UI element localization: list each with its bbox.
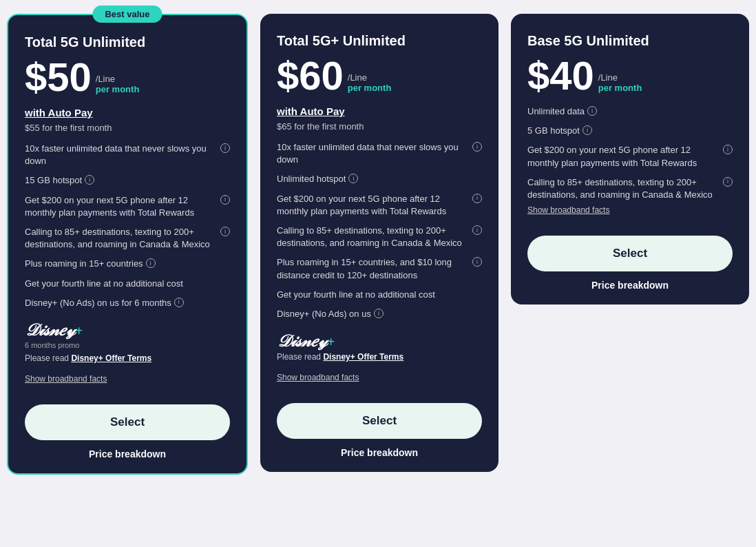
price-meta: /Line per month <box>348 72 392 96</box>
plan-name: Base 5G Unlimited <box>527 33 733 49</box>
info-icon[interactable]: i <box>472 225 482 235</box>
info-icon[interactable]: i <box>582 125 592 135</box>
feature-text: 10x faster unlimited data that never slo… <box>277 141 470 166</box>
info-icon[interactable]: i <box>374 309 384 318</box>
feature-text: Get your fourth line at no additional co… <box>25 278 183 290</box>
price-breakdown-link[interactable]: Price breakdown <box>25 448 230 460</box>
info-icon[interactable]: i <box>348 174 358 183</box>
disney-section: 𝒟𝒾𝓈𝓃𝑒𝓎+ 6 months promo Please read Disne… <box>25 315 230 370</box>
disney-logo: 𝒟𝒾𝓈𝓃𝑒𝓎+ <box>277 333 482 349</box>
feature-text: Calling to 85+ destinations, texting to … <box>25 226 218 251</box>
info-icon[interactable]: i <box>723 145 733 154</box>
feature-text: Unlimited hotspot <box>277 173 346 185</box>
autopay-label: with Auto Pay <box>277 105 482 117</box>
broadband-facts-link[interactable]: Show broadband facts <box>527 205 733 215</box>
feature-item: 5 GB hotspot i <box>527 125 733 137</box>
feature-text: Get $200 on your next 5G phone after 12 … <box>25 194 218 219</box>
info-icon[interactable]: i <box>85 175 94 185</box>
first-month-text: $65 for the first month <box>277 121 482 132</box>
feature-text: 10x faster unlimited data that never slo… <box>25 143 218 167</box>
feature-item: Disney+ (No Ads) on us i <box>277 308 482 320</box>
per-line: /Line <box>348 72 392 83</box>
feature-item: Calling to 85+ destinations, texting to … <box>277 225 482 249</box>
plan-card-total-5g: Best valueTotal 5G Unlimited $50 /Line p… <box>7 14 248 475</box>
info-icon[interactable]: i <box>146 258 156 268</box>
price-meta: /Line per month <box>96 74 140 97</box>
price-row: $40 /Line per month <box>527 56 733 96</box>
feature-text: Unlimited data <box>527 105 585 118</box>
per-line: /Line <box>598 72 642 83</box>
plan-cards-container: Best valueTotal 5G Unlimited $50 /Line p… <box>7 14 749 475</box>
feature-text: 5 GB hotspot <box>527 125 580 137</box>
features-list: 10x faster unlimited data that never slo… <box>277 141 482 320</box>
info-icon[interactable]: i <box>220 227 230 236</box>
disney-offer-terms-link[interactable]: Disney+ Offer Terms <box>323 352 403 362</box>
info-icon[interactable]: i <box>472 194 482 203</box>
info-icon[interactable]: i <box>220 195 230 205</box>
info-icon[interactable]: i <box>472 142 482 152</box>
info-icon[interactable]: i <box>723 177 733 187</box>
info-icon[interactable]: i <box>587 106 597 116</box>
price-breakdown-link[interactable]: Price breakdown <box>277 447 482 458</box>
features-list: 10x faster unlimited data that never slo… <box>25 143 230 309</box>
feature-item: Get $200 on your next 5G phone after 12 … <box>277 193 482 218</box>
feature-text: Plus roaming in 15+ countries, and $10 l… <box>277 256 470 281</box>
price-meta: /Line per month <box>598 72 642 96</box>
feature-text: Get $200 on your next 5G phone after 12 … <box>527 144 720 169</box>
disney-promo-text: 6 months promo <box>25 341 230 349</box>
offer-terms: Please read Disney+ Offer Terms <box>277 352 482 362</box>
info-icon[interactable]: i <box>174 298 184 307</box>
feature-text: Disney+ (No Ads) on us for 6 months <box>25 297 171 309</box>
feature-item: Plus roaming in 15+ countries i <box>25 258 230 270</box>
feature-item: Calling to 85+ destinations, texting to … <box>527 176 733 201</box>
feature-item: Get your fourth line at no additional co… <box>25 278 230 290</box>
select-button[interactable]: Select <box>25 404 230 440</box>
price-row: $60 /Line per month <box>277 56 482 96</box>
broadband-facts-link[interactable]: Show broadband facts <box>277 373 482 382</box>
feature-text: Get $200 on your next 5G phone after 12 … <box>277 193 470 218</box>
best-value-badge: Best value <box>92 6 162 23</box>
feature-item: 15 GB hotspot i <box>25 174 230 187</box>
disney-logo: 𝒟𝒾𝓈𝓃𝑒𝓎+ <box>25 322 230 338</box>
info-icon[interactable]: i <box>472 257 482 267</box>
first-month-text: $55 for the first month <box>25 123 230 133</box>
feature-item: Disney+ (No Ads) on us for 6 months i <box>25 297 230 309</box>
price-amount: $50 <box>25 57 92 97</box>
disney-wordmark: 𝒟𝒾𝓈𝓃𝑒𝓎+ <box>25 322 83 338</box>
feature-item: Get your fourth line at no additional co… <box>277 289 482 301</box>
feature-item: Unlimited hotspot i <box>277 173 482 185</box>
feature-text: Get your fourth line at no additional co… <box>277 289 435 301</box>
plan-name: Total 5G Unlimited <box>25 34 230 50</box>
plan-name: Total 5G+ Unlimited <box>277 33 482 49</box>
select-button[interactable]: Select <box>527 236 733 271</box>
feature-text: Plus roaming in 15+ countries <box>25 258 143 270</box>
per-month: per month <box>96 84 140 94</box>
price-breakdown-link[interactable]: Price breakdown <box>527 280 733 291</box>
feature-item: Get $200 on your next 5G phone after 12 … <box>527 144 733 169</box>
feature-text: 15 GB hotspot <box>25 174 82 187</box>
feature-item: Get $200 on your next 5G phone after 12 … <box>25 194 230 219</box>
offer-terms: Please read Disney+ Offer Terms <box>25 353 230 363</box>
select-button[interactable]: Select <box>277 403 482 439</box>
feature-item: Plus roaming in 15+ countries, and $10 l… <box>277 256 482 281</box>
autopay-label: with Auto Pay <box>25 107 230 118</box>
feature-item: Calling to 85+ destinations, texting to … <box>25 226 230 251</box>
feature-item: 10x faster unlimited data that never slo… <box>277 141 482 166</box>
per-month: per month <box>598 83 642 93</box>
feature-text: Calling to 85+ destinations, texting to … <box>527 176 720 201</box>
disney-section: 𝒟𝒾𝓈𝓃𝑒𝓎+ Please read Disney+ Offer Terms <box>277 326 482 369</box>
feature-text: Disney+ (No Ads) on us <box>277 308 371 320</box>
info-icon[interactable]: i <box>220 143 230 153</box>
plan-card-total-5g-plus: Total 5G+ Unlimited $60 /Line per month … <box>260 14 498 472</box>
price-row: $50 /Line per month <box>25 57 230 97</box>
price-amount: $60 <box>277 56 344 96</box>
plan-card-base-5g: Base 5G Unlimited $40 /Line per month Un… <box>511 14 749 305</box>
feature-text: Calling to 85+ destinations, texting to … <box>277 225 470 249</box>
feature-item: Unlimited data i <box>527 105 733 118</box>
broadband-facts-link[interactable]: Show broadband facts <box>25 374 230 384</box>
disney-wordmark: 𝒟𝒾𝓈𝓃𝑒𝓎+ <box>277 333 335 349</box>
price-amount: $40 <box>527 56 594 96</box>
disney-offer-terms-link[interactable]: Disney+ Offer Terms <box>71 353 151 363</box>
per-month: per month <box>348 83 392 93</box>
feature-item: 10x faster unlimited data that never slo… <box>25 143 230 167</box>
